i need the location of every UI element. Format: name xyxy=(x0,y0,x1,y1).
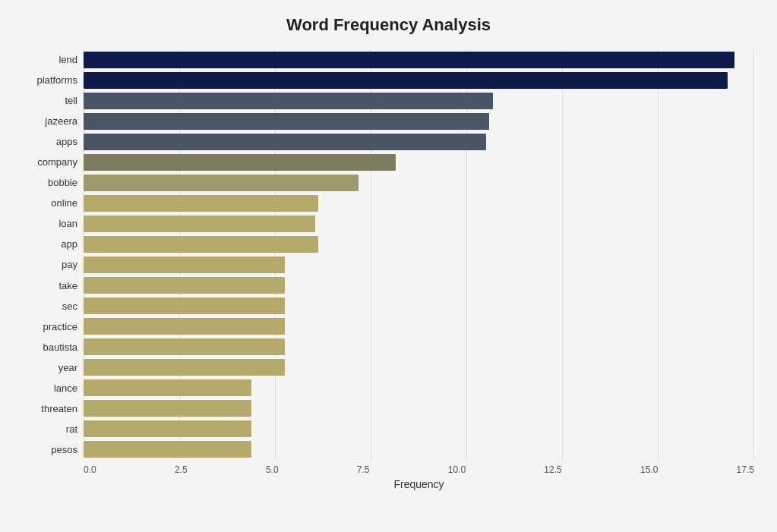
y-label: take xyxy=(23,275,77,296)
y-label: loan xyxy=(23,213,77,234)
y-label: jazeera xyxy=(23,111,77,131)
bar xyxy=(84,318,285,335)
x-tick: 10.0 xyxy=(448,464,466,475)
bar xyxy=(84,72,728,89)
bar xyxy=(84,216,315,232)
x-axis: 0.02.55.07.510.012.515.017.5 xyxy=(84,464,754,475)
bars-wrapper: lendplatformstelljazeeraappscompanybobbi… xyxy=(23,49,754,460)
bar-row xyxy=(84,194,754,213)
y-label: practice xyxy=(23,316,77,337)
y-label: online xyxy=(23,193,77,213)
bar-row xyxy=(84,235,754,254)
bar-row xyxy=(84,132,754,152)
bar xyxy=(84,297,285,314)
y-label: tell xyxy=(23,90,77,111)
y-label: pay xyxy=(23,254,77,275)
bar-row xyxy=(84,398,754,418)
bar xyxy=(84,400,251,417)
y-label: platforms xyxy=(23,70,77,90)
bar-row xyxy=(84,275,754,295)
x-tick: 0.0 xyxy=(84,464,96,475)
bar xyxy=(84,236,318,253)
bar xyxy=(84,195,318,212)
bar-row xyxy=(84,419,754,439)
bar-row xyxy=(84,91,754,111)
bar xyxy=(84,441,251,458)
bar-row xyxy=(84,153,754,172)
y-label: bobbie xyxy=(23,172,77,193)
x-tick: 17.5 xyxy=(737,464,754,475)
bar xyxy=(84,52,734,68)
bar-row xyxy=(84,71,754,90)
bar-row xyxy=(84,214,754,234)
x-tick: 2.5 xyxy=(175,464,188,475)
bar-row xyxy=(84,112,754,131)
bar-row xyxy=(84,316,754,336)
bar xyxy=(84,277,285,294)
x-axis-label: Frequency xyxy=(84,478,754,490)
y-labels: lendplatformstelljazeeraappscompanybobbi… xyxy=(23,49,84,460)
bar-row xyxy=(84,255,754,275)
chart-title: Word Frequency Analysis xyxy=(23,15,754,35)
y-label: bautista xyxy=(23,337,77,357)
bar xyxy=(84,113,489,130)
y-label: year xyxy=(23,357,77,378)
bar xyxy=(84,154,396,171)
bar xyxy=(84,338,285,355)
y-label: company xyxy=(23,152,77,172)
bar xyxy=(84,420,251,437)
x-tick: 7.5 xyxy=(357,464,370,475)
bars-and-grid xyxy=(84,49,754,460)
bar-row xyxy=(84,357,754,377)
bar-row xyxy=(84,173,754,193)
bar-row xyxy=(84,378,754,398)
y-label: app xyxy=(23,234,77,254)
bar xyxy=(84,257,285,273)
x-tick: 5.0 xyxy=(266,464,279,475)
bar xyxy=(84,134,486,150)
x-tick: 12.5 xyxy=(544,464,561,475)
bar-row xyxy=(84,50,754,70)
bar xyxy=(84,175,358,191)
y-label: lance xyxy=(23,378,77,398)
y-label: pesos xyxy=(23,439,77,460)
y-label: threaten xyxy=(23,398,77,419)
y-label: sec xyxy=(23,296,77,316)
bar xyxy=(84,93,493,109)
y-label: rat xyxy=(23,419,77,439)
chart-area: lendplatformstelljazeeraappscompanybobbi… xyxy=(23,49,754,460)
y-label: apps xyxy=(23,131,77,152)
bar-row xyxy=(84,296,754,316)
bar xyxy=(84,379,251,396)
bar-row xyxy=(84,337,754,357)
y-label: lend xyxy=(23,49,77,70)
bar xyxy=(84,359,285,376)
chart-container: Word Frequency Analysis lendplatformstel… xyxy=(0,0,777,532)
x-tick: 15.0 xyxy=(640,464,658,475)
bar-row xyxy=(84,439,754,459)
